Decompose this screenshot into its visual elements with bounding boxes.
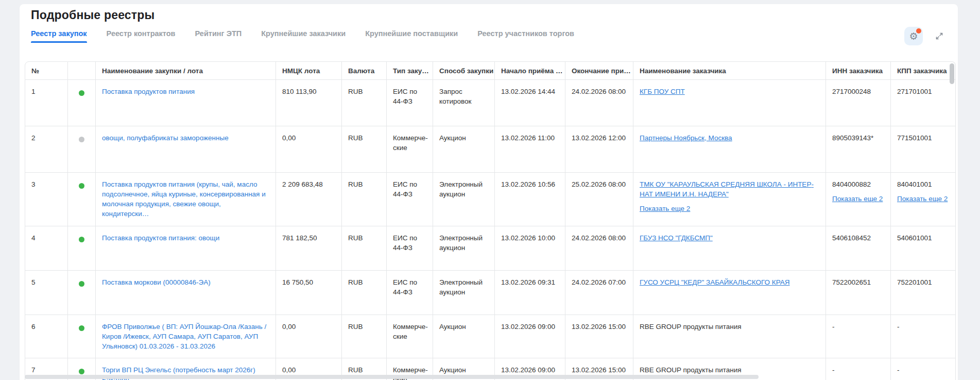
- customer-cell: RBE GROUP продукты питания: [633, 315, 826, 358]
- end-date-cell: 24.02.2026 07:00: [565, 271, 633, 315]
- lot-name-link[interactable]: овощи, полуфабрикаты замороженные: [102, 134, 229, 142]
- tab-3[interactable]: Рейтинг ЭТП: [195, 29, 242, 43]
- inn-value: 8905039143*: [832, 134, 873, 142]
- end-date-cell: 24.02.2026 08:00: [565, 226, 633, 271]
- end-date-cell: 24.02.2026 08:00: [565, 80, 633, 126]
- table-row: 6ФРОВ Приволжье ( ВП: АУП Йошкар-Ола /Ка…: [25, 315, 956, 358]
- status-dot-green: [79, 281, 84, 287]
- inn-value: -: [832, 366, 835, 374]
- method-cell: Запрос котировок: [433, 80, 495, 126]
- column-header-type: Тип заку…: [387, 61, 433, 80]
- customer-cell: Партнеры Ноябрьск, Москва: [633, 126, 826, 173]
- column-header-status: [68, 61, 96, 80]
- vertical-scrollbar[interactable]: [950, 63, 954, 84]
- status-cell: [68, 173, 96, 226]
- end-date-cell: 13.02.2026 15:00: [565, 315, 633, 358]
- inn-value: 8404000882: [832, 180, 871, 188]
- lot-name-link[interactable]: ФРОВ Приволжье ( ВП: АУП Йошкар-Ола /Каз…: [102, 323, 266, 350]
- customer-cell: ГБУЗ НСО "ГДКБСМП": [633, 226, 826, 271]
- customer-text: RBE GROUP продукты питания: [640, 366, 742, 374]
- status-cell: [68, 271, 96, 315]
- tab-2[interactable]: Реестр контрактов: [107, 29, 176, 43]
- type-cell: ЕИС по 44-ФЗ: [387, 80, 433, 126]
- inn-value: -: [832, 323, 835, 331]
- kpp-value: 271701001: [897, 88, 932, 95]
- tab-6[interactable]: Реестр участников торгов: [477, 29, 574, 43]
- nmck-cell: 810 113,90: [276, 80, 342, 126]
- method-cell: Аукцион: [433, 126, 495, 173]
- inn-cell: 5406108452: [826, 226, 891, 271]
- inn-cell: 8905039143*: [826, 126, 891, 173]
- notification-dot: [916, 28, 921, 34]
- column-header-inn: ИНН заказчика: [826, 61, 891, 80]
- status-cell: [68, 315, 96, 358]
- lot-name-link[interactable]: Поставка продуктов питания (крупы, чай, …: [102, 180, 266, 218]
- show-more-link[interactable]: Показать еще 2: [640, 204, 690, 213]
- inn-value: 2717000248: [832, 88, 871, 95]
- lot-name-cell: Поставка продуктов питания (крупы, чай, …: [96, 173, 276, 226]
- show-more-link[interactable]: Показать еще 2: [832, 194, 883, 204]
- customer-link[interactable]: ГУСО УСРЦ "КЕДР" ЗАБАЙКАЛЬСКОГО КРАЯ: [640, 278, 790, 286]
- type-cell: Коммерче­ские: [387, 126, 433, 173]
- end-date-cell: 25.02.2026 08:00: [565, 173, 633, 226]
- kpp-value: -: [897, 323, 900, 331]
- start-date-cell: 13.02.2026 09:31: [495, 271, 565, 315]
- inn-cell: 7522002651: [826, 271, 891, 315]
- show-more-link[interactable]: Показать еще 2: [897, 194, 948, 204]
- method-cell: Электронный аукцион: [433, 271, 495, 315]
- customer-link[interactable]: Партнеры Ноябрьск, Москва: [640, 134, 732, 142]
- tab-1[interactable]: Реестр закупок: [31, 29, 87, 43]
- customer-link[interactable]: ТМК ОУ "КАРАУЛЬСКАЯ СРЕДНЯЯ ШКОЛА - ИНТЕ…: [640, 180, 814, 198]
- customer-link[interactable]: КГБ ПОУ СПТ: [640, 88, 685, 95]
- currency-cell: RUB: [342, 80, 387, 126]
- method-cell: Электронный аукцион: [433, 226, 495, 271]
- start-date-cell: 13.02.2026 14:44: [495, 80, 565, 126]
- inn-cell: -: [826, 358, 891, 380]
- procurement-table: №Наименование закупки / лотаНМЦК лотаВал…: [25, 61, 956, 380]
- column-header-nmck: НМЦК лота: [276, 61, 342, 80]
- row-number-cell: 2: [25, 126, 68, 173]
- nmck-cell: 0,00: [276, 126, 342, 173]
- type-cell: ЕИС по 44-ФЗ: [387, 173, 433, 226]
- lot-name-link[interactable]: Поставка моркови (00000846-ЭА): [102, 278, 211, 286]
- nmck-cell: 2 209 683,48: [276, 173, 342, 226]
- lot-name-cell: Поставка моркови (00000846-ЭА): [96, 271, 276, 315]
- start-date-cell: 13.02.2026 11:00: [495, 126, 565, 173]
- column-header-start: Начало приёма …: [495, 61, 565, 80]
- status-dot-gray: [79, 137, 84, 142]
- kpp-value: 752201001: [897, 278, 932, 286]
- customer-link[interactable]: ГБУЗ НСО "ГДКБСМП": [640, 234, 713, 242]
- tab-5[interactable]: Крупнейшие поставщики: [365, 29, 458, 43]
- lot-name-cell: Поставка продуктов питания: [96, 80, 276, 126]
- inn-cell: 2717000248: [826, 80, 891, 126]
- tab-bar: Реестр закупокРеестр контрактовРейтинг Э…: [31, 29, 947, 43]
- lot-name-link[interactable]: Поставка продуктов питания: овощи: [102, 234, 219, 242]
- row-number-cell: 3: [25, 173, 68, 226]
- column-header-method: Способ закупки: [433, 61, 495, 80]
- kpp-cell: 540601001: [891, 226, 956, 271]
- status-dot-green: [79, 237, 84, 242]
- start-date-cell: 13.02.2026 09:00: [495, 315, 565, 358]
- settings-button[interactable]: ⚙: [904, 27, 923, 45]
- lot-name-cell: Поставка продуктов питания: овощи: [96, 226, 276, 271]
- horizontal-scrollbar[interactable]: [25, 375, 759, 379]
- column-header-num: №: [25, 61, 68, 80]
- row-number-cell: 6: [25, 315, 68, 358]
- type-cell: ЕИС по 44-ФЗ: [387, 226, 433, 271]
- card-header: Подробные реестры Реестр закупокРеестр к…: [20, 4, 958, 43]
- inn-cell: 8404000882Показать еще 2: [826, 173, 891, 226]
- kpp-cell: 752201001: [891, 271, 956, 315]
- currency-cell: RUB: [342, 226, 387, 271]
- customer-cell: КГБ ПОУ СПТ: [633, 80, 826, 126]
- customer-cell: ГУСО УСРЦ "КЕДР" ЗАБАЙКАЛЬСКОГО КРАЯ: [633, 271, 826, 315]
- fullscreen-button[interactable]: [930, 27, 949, 45]
- tab-4[interactable]: Крупнейшие заказчики: [261, 29, 346, 43]
- page-title: Подробные реестры: [31, 8, 947, 22]
- header-actions: ⚙: [904, 27, 949, 45]
- kpp-cell: -: [891, 358, 956, 380]
- row-number-cell: 4: [25, 226, 68, 271]
- lot-name-cell: овощи, полуфабрикаты замороженные: [96, 126, 276, 173]
- currency-cell: RUB: [342, 173, 387, 226]
- lot-name-link[interactable]: Поставка продуктов питания: [102, 88, 195, 95]
- start-date-cell: 13.02.2026 10:56: [495, 173, 565, 226]
